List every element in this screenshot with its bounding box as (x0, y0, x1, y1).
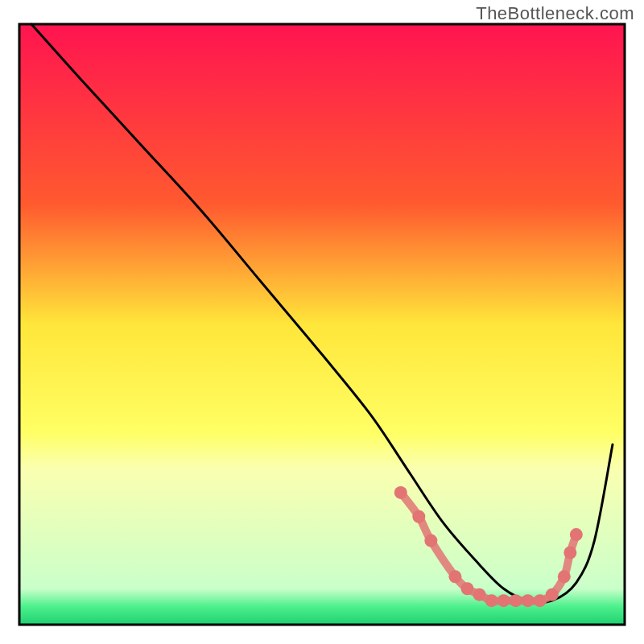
marker-dot (497, 594, 510, 607)
marker-dot (448, 570, 461, 583)
marker-dot (460, 582, 473, 595)
marker-dot (424, 535, 437, 547)
bottleneck-chart (0, 0, 644, 644)
marker-dot (412, 510, 425, 523)
chart-background (19, 24, 625, 625)
marker-dot (546, 588, 559, 601)
chart-frame: TheBottleneck.com (0, 0, 644, 644)
marker-dot (473, 588, 486, 601)
marker-dot (510, 594, 522, 607)
marker-dot (558, 570, 571, 583)
marker-dot (534, 594, 547, 607)
marker-dot (564, 546, 576, 559)
marker-dot (522, 594, 535, 607)
marker-dot (485, 594, 498, 607)
marker-dot (394, 486, 407, 499)
marker-dot (570, 528, 583, 541)
